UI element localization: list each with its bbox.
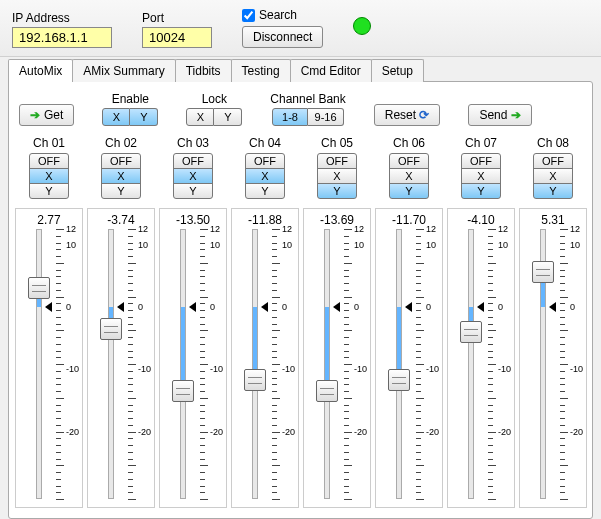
fader-track-area[interactable]: 12100-10-20 [304, 229, 370, 499]
search-checkbox[interactable] [242, 9, 255, 22]
tab-amix-summary[interactable]: AMix Summary [72, 59, 175, 82]
channel-y-button[interactable]: Y [533, 183, 573, 199]
bank-1-8-button[interactable]: 1-8 [272, 108, 308, 126]
scale-label: -20 [570, 427, 583, 437]
scale-label: 12 [570, 224, 580, 234]
fader-level [325, 307, 329, 391]
ip-field: IP Address [12, 11, 112, 48]
fader-thumb[interactable] [388, 369, 410, 391]
fader-scale: 12100-10-20 [344, 229, 370, 499]
scale-label: 0 [66, 302, 71, 312]
fader-box: -4.1012100-10-20 [447, 208, 515, 508]
reset-button[interactable]: Reset [374, 104, 441, 126]
channel-x-button[interactable]: X [245, 168, 285, 184]
fader-thumb[interactable] [532, 261, 554, 283]
channel-x-button[interactable]: X [29, 168, 69, 184]
fader-track-area[interactable]: 12100-10-20 [520, 229, 586, 499]
port-input[interactable] [142, 27, 212, 48]
channel-off-button[interactable]: OFF [461, 153, 501, 169]
fader-thumb[interactable] [244, 369, 266, 391]
channel-y-button[interactable]: Y [389, 183, 429, 199]
channel-x-button[interactable]: X [173, 168, 213, 184]
channel-x-button[interactable]: X [533, 168, 573, 184]
fader-track-area[interactable]: 12100-10-20 [376, 229, 442, 499]
lock-label: Lock [202, 92, 227, 106]
channel-off-button[interactable]: OFF [29, 153, 69, 169]
channel-6: Ch 06OFFXY-11.7012100-10-20 [375, 136, 443, 508]
channel-y-button[interactable]: Y [461, 183, 501, 199]
lock-x-button[interactable]: X [186, 108, 214, 126]
fader-box: 5.3112100-10-20 [519, 208, 587, 508]
scale-label: 10 [282, 240, 292, 250]
channel-x-button[interactable]: X [317, 168, 357, 184]
disconnect-button[interactable]: Disconnect [242, 26, 323, 48]
fader-pointer-icon [549, 302, 556, 312]
channel-4: Ch 04OFFXY-11.8812100-10-20 [231, 136, 299, 508]
send-button[interactable]: Send [468, 104, 531, 126]
channel-off-button[interactable]: OFF [317, 153, 357, 169]
channel-y-button[interactable]: Y [29, 183, 69, 199]
tab-testing[interactable]: Testing [231, 59, 291, 82]
scale-label: -10 [66, 364, 79, 374]
ip-input[interactable] [12, 27, 112, 48]
fader-track-area[interactable]: 12100-10-20 [16, 229, 82, 499]
scale-label: -20 [138, 427, 151, 437]
channel-off-button[interactable]: OFF [245, 153, 285, 169]
lock-y-button[interactable]: Y [214, 108, 242, 126]
scale-label: -10 [426, 364, 439, 374]
automix-panel: Get Enable X Y Lock X Y Channel Bank 1-8… [8, 81, 593, 519]
get-button[interactable]: Get [19, 104, 74, 126]
channel-x-button[interactable]: X [101, 168, 141, 184]
fader-thumb[interactable] [460, 321, 482, 343]
fader-track [108, 229, 114, 499]
enable-y-button[interactable]: Y [130, 108, 158, 126]
fader-track-area[interactable]: 12100-10-20 [448, 229, 514, 499]
channels: Ch 01OFFXY2.7712100-10-20Ch 02OFFXY-3.74… [15, 136, 586, 508]
scale-label: -10 [210, 364, 223, 374]
enable-x-button[interactable]: X [102, 108, 130, 126]
channel-label: Ch 08 [537, 136, 569, 150]
fader-thumb[interactable] [172, 380, 194, 402]
fader-thumb[interactable] [316, 380, 338, 402]
lock-group: Lock X Y [186, 92, 242, 126]
connection-bar: IP Address Port Search Disconnect [0, 0, 601, 57]
search-checkbox-row[interactable]: Search [242, 8, 323, 22]
channel-off-button[interactable]: OFF [533, 153, 573, 169]
scale-label: -20 [66, 427, 79, 437]
fader-track-area[interactable]: 12100-10-20 [88, 229, 154, 499]
scale-label: 0 [210, 302, 215, 312]
tab-tidbits[interactable]: Tidbits [175, 59, 232, 82]
channel-y-button[interactable]: Y [173, 183, 213, 199]
tab-setup[interactable]: Setup [371, 59, 424, 82]
fader-scale: 12100-10-20 [56, 229, 82, 499]
fader-track [468, 229, 474, 499]
channel-off-button[interactable]: OFF [101, 153, 141, 169]
channel-y-button[interactable]: Y [101, 183, 141, 199]
scale-label: 10 [138, 240, 148, 250]
tab-automix[interactable]: AutoMix [8, 59, 73, 82]
fader-thumb[interactable] [100, 318, 122, 340]
tabs: AutoMixAMix SummaryTidbitsTestingCmd Edi… [0, 59, 601, 82]
scale-label: 12 [210, 224, 220, 234]
fader-thumb[interactable] [28, 277, 50, 299]
scale-label: 12 [282, 224, 292, 234]
fader-track-area[interactable]: 12100-10-20 [160, 229, 226, 499]
channel-off-button[interactable]: OFF [173, 153, 213, 169]
channel-y-button[interactable]: Y [245, 183, 285, 199]
tab-cmd-editor[interactable]: Cmd Editor [290, 59, 372, 82]
fader-track-area[interactable]: 12100-10-20 [232, 229, 298, 499]
scale-label: -20 [426, 427, 439, 437]
channel-off-button[interactable]: OFF [389, 153, 429, 169]
scale-label: -20 [210, 427, 223, 437]
scale-label: -10 [570, 364, 583, 374]
bank-9-16-button[interactable]: 9-16 [308, 108, 344, 126]
channel-x-button[interactable]: X [461, 168, 501, 184]
scale-label: -10 [354, 364, 367, 374]
fader-box: 2.7712100-10-20 [15, 208, 83, 508]
channel-y-button[interactable]: Y [317, 183, 357, 199]
scale-label: 0 [570, 302, 575, 312]
channel-label: Ch 04 [249, 136, 281, 150]
channel-x-button[interactable]: X [389, 168, 429, 184]
fader-scale: 12100-10-20 [200, 229, 226, 499]
fader-scale: 12100-10-20 [488, 229, 514, 499]
